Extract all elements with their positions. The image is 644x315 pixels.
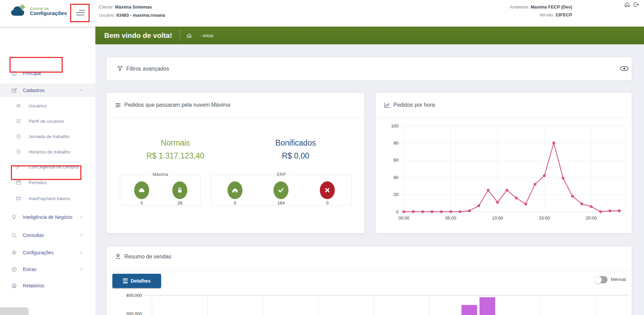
sales-summary-card: $ Resumo de vendas Detalhes Mensal 400.0… <box>107 246 632 315</box>
calendar-icon <box>16 180 21 185</box>
sidebar-item-inteligencia-de-negocio[interactable]: Inteligência de Negócio › <box>0 209 95 225</box>
advanced-filters-panel[interactable]: Filtros avançados <box>107 57 632 80</box>
sidebar-item-horarios-de-trabalho[interactable]: Horários de trabalho <box>0 145 95 159</box>
chevron-right-icon: › <box>80 266 82 272</box>
orders-per-hour-chart: 02040608010000:0005:0010:0015:0020:00 <box>376 118 632 232</box>
pencil-icon <box>16 164 21 170</box>
lock-count: 28 <box>172 200 187 206</box>
sidebar-item-label: Perfil de usuários <box>29 119 64 124</box>
sidebar-item-label: Jornada de trabalho <box>29 134 69 139</box>
central-de-configuracoes-dashboard: Central de Configurações Cliente: Máxima… <box>0 0 644 315</box>
users-icon <box>16 103 21 109</box>
logo-zone: Central de Configurações <box>0 0 95 27</box>
client-info: Cliente: Máxima Sistemas <box>99 4 152 10</box>
sidebar: Principal Cadastros › Usuários <box>0 27 95 315</box>
sidebar-item-relatorios[interactable]: Relatórios <box>0 279 95 292</box>
hand-dollar-icon: $ <box>115 253 121 260</box>
sidebar-item-extras[interactable]: Extras › <box>0 262 95 276</box>
sidebar-item-consultas[interactable]: Consultas › <box>0 228 95 242</box>
monthly-toggle-label: Mensal <box>611 277 626 282</box>
card-icon <box>16 196 21 201</box>
banner-divider <box>180 30 180 41</box>
menu-hamburger-button[interactable] <box>73 7 85 18</box>
sidebar-item-cor-legenda-de-campos[interactable]: Cor/Legenda de campos <box>0 160 95 174</box>
details-button[interactable]: Detalhes <box>112 274 161 288</box>
sidebar-item-cadastros[interactable]: Cadastros › <box>0 84 95 97</box>
svg-text:40: 40 <box>394 175 398 180</box>
maxima-group-box: Máxima <box>120 175 201 206</box>
cloud-orders-card: Pedidos que passaram pela nuvem Máxima N… <box>107 93 364 233</box>
sidebar-item-label: maxPayment tokens <box>29 196 70 201</box>
svg-text:10:00: 10:00 <box>492 215 503 221</box>
hourly-card-title: Pedidos por hora <box>393 102 435 108</box>
cloud-gear-logo-icon <box>10 4 27 18</box>
user-label: Usuário: <box>99 13 115 18</box>
logout-icon[interactable] <box>633 1 639 8</box>
logo-line2: Configurações <box>30 11 67 16</box>
divider <box>107 270 632 271</box>
lock-status-icon <box>172 181 187 199</box>
checklist-icon <box>16 118 21 124</box>
svg-text:$: $ <box>117 254 119 257</box>
clock-icon <box>16 134 21 139</box>
chevron-right-icon: › <box>80 249 82 255</box>
erp-home-count: 0 <box>227 200 242 206</box>
svg-text:100: 100 <box>391 123 398 129</box>
version-info: Versão: 23FECP <box>539 12 572 17</box>
sidebar-item-label: Inteligência de Negócio <box>23 214 75 221</box>
app-logo[interactable]: Central de Configurações <box>10 4 67 18</box>
chevron-down-icon: › <box>78 89 84 91</box>
user-info: Usuário: 63483 - maxima.rosana <box>99 13 165 18</box>
gear-icon <box>11 250 17 256</box>
sidebar-item-label: Principal <box>23 71 41 76</box>
sidebar-item-label: Configurações <box>23 250 53 255</box>
sidebar-item-jornada-de-trabalho[interactable]: Jornada de trabalho <box>0 130 95 143</box>
sidebar-item-periodos[interactable]: Períodos <box>0 176 95 189</box>
details-button-label: Detalhes <box>131 278 151 284</box>
funnel-icon <box>117 65 123 72</box>
eye-icon[interactable] <box>619 64 629 73</box>
svg-text:400.000: 400.000 <box>126 293 142 298</box>
user-value: 63483 - maxima.rosana <box>116 13 165 18</box>
breadcrumb[interactable]: - Início <box>200 33 214 38</box>
erp-group-label: ERP <box>273 172 289 177</box>
monthly-toggle[interactable] <box>594 276 608 283</box>
sidebar-item-maxpayment-tokens[interactable]: maxPayment tokens <box>0 192 95 205</box>
sidebar-item-label: Horários de trabalho <box>29 149 70 154</box>
sidebar-item-usuarios[interactable]: Usuários <box>0 99 95 112</box>
top-header: Central de Configurações Cliente: Máxima… <box>0 0 644 27</box>
sidebar-item-label: Períodos <box>29 180 47 185</box>
svg-text:05:00: 05:00 <box>445 215 456 221</box>
sidebar-item-perfil-de-usuarios[interactable]: Perfil de usuários <box>0 114 95 128</box>
sales-card-title: Resumo de vendas <box>124 254 171 260</box>
toggle-knob <box>594 276 602 284</box>
svg-text:15:00: 15:00 <box>539 215 550 221</box>
clock-icon <box>16 149 21 155</box>
home-icon[interactable] <box>624 1 630 8</box>
search-icon <box>11 232 17 239</box>
sidebar-item-principal[interactable]: Principal <box>0 66 95 80</box>
chevron-right-icon: › <box>80 214 82 220</box>
maxima-group-label: Máxima <box>149 172 172 177</box>
sidebar-item-configuracoes[interactable]: Configurações › <box>0 246 95 259</box>
normal-orders-label: Normais <box>121 138 230 148</box>
edit-icon <box>11 87 17 94</box>
normal-orders-value: R$ 1.317.123,40 <box>121 151 230 161</box>
sliders-icon <box>115 102 121 108</box>
client-label: Cliente: <box>99 4 114 10</box>
menu-icon <box>123 279 128 283</box>
version-value: 23FECP <box>555 12 572 17</box>
home-icon <box>11 70 17 77</box>
sidebar-item-label: Relatórios <box>23 283 44 288</box>
sidebar-item-label: Extras <box>23 267 36 272</box>
welcome-title: Bem vindo de volta! <box>104 31 172 40</box>
sidebar-item-label: Cor/Legenda de campos <box>29 164 79 169</box>
bonus-orders-value: R$ 0,00 <box>241 151 350 161</box>
sidebar-top-shadow <box>0 27 95 30</box>
printer-icon <box>11 283 17 289</box>
environment-info: Ambiente: Maxima FECP (Dev) <box>509 4 572 10</box>
orders-card-title: Pedidos que passaram pela nuvem Máxima <box>124 102 230 108</box>
sales-summary-chart: 400.000300.000 <box>107 287 632 315</box>
status-tooltip <box>0 308 29 315</box>
breadcrumb-home-icon[interactable] <box>186 33 192 39</box>
